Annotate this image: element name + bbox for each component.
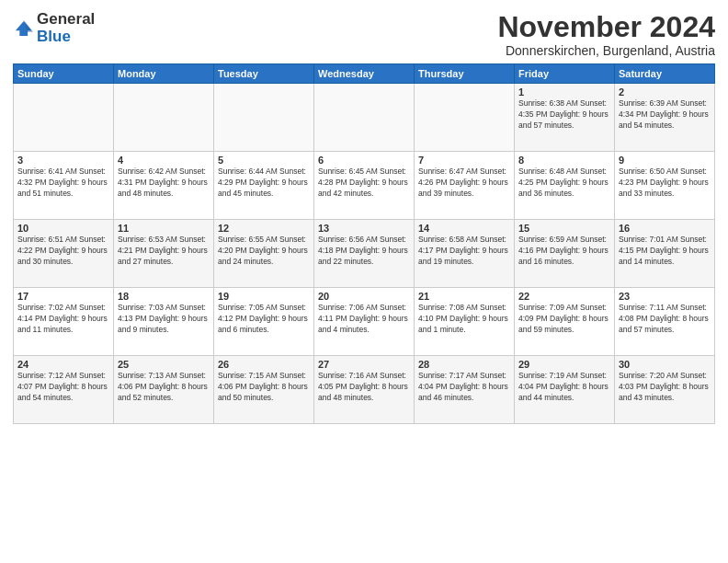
day-number: 10 <box>17 223 109 234</box>
day-info: Sunrise: 7:06 AM Sunset: 4:11 PM Dayligh… <box>318 303 410 336</box>
day-number: 12 <box>218 223 310 234</box>
day-info: Sunrise: 6:56 AM Sunset: 4:18 PM Dayligh… <box>318 235 410 268</box>
calendar-cell: 30Sunrise: 7:20 AM Sunset: 4:03 PM Dayli… <box>615 356 715 424</box>
col-saturday: Saturday <box>615 64 715 84</box>
calendar-cell: 3Sunrise: 6:41 AM Sunset: 4:32 PM Daylig… <box>14 152 114 220</box>
col-monday: Monday <box>114 64 214 84</box>
calendar-cell <box>214 84 314 152</box>
day-info: Sunrise: 7:09 AM Sunset: 4:09 PM Dayligh… <box>518 303 610 336</box>
day-number: 8 <box>518 155 610 166</box>
calendar-cell: 29Sunrise: 7:19 AM Sunset: 4:04 PM Dayli… <box>515 356 615 424</box>
calendar-week-2: 10Sunrise: 6:51 AM Sunset: 4:22 PM Dayli… <box>14 220 715 288</box>
calendar-cell: 20Sunrise: 7:06 AM Sunset: 4:11 PM Dayli… <box>314 288 415 356</box>
calendar-table: Sunday Monday Tuesday Wednesday Thursday… <box>13 63 715 424</box>
day-number: 29 <box>518 359 610 370</box>
calendar-cell: 1Sunrise: 6:38 AM Sunset: 4:35 PM Daylig… <box>515 84 615 152</box>
day-info: Sunrise: 7:12 AM Sunset: 4:07 PM Dayligh… <box>17 371 109 404</box>
day-number: 27 <box>318 359 410 370</box>
day-info: Sunrise: 6:55 AM Sunset: 4:20 PM Dayligh… <box>218 235 310 268</box>
day-info: Sunrise: 7:11 AM Sunset: 4:08 PM Dayligh… <box>619 303 711 336</box>
calendar-cell: 5Sunrise: 6:44 AM Sunset: 4:29 PM Daylig… <box>214 152 314 220</box>
day-info: Sunrise: 6:47 AM Sunset: 4:26 PM Dayligh… <box>418 167 510 200</box>
day-info: Sunrise: 7:16 AM Sunset: 4:05 PM Dayligh… <box>318 371 410 404</box>
logo-blue: Blue <box>37 28 71 45</box>
calendar-cell: 11Sunrise: 6:53 AM Sunset: 4:21 PM Dayli… <box>114 220 214 288</box>
calendar-cell <box>14 84 114 152</box>
day-number: 23 <box>619 291 711 302</box>
title-block: November 2024 Donnerskirchen, Burgenland… <box>497 11 715 58</box>
calendar-cell: 25Sunrise: 7:13 AM Sunset: 4:06 PM Dayli… <box>114 356 214 424</box>
day-info: Sunrise: 6:50 AM Sunset: 4:23 PM Dayligh… <box>619 167 711 200</box>
day-info: Sunrise: 6:53 AM Sunset: 4:21 PM Dayligh… <box>118 235 210 268</box>
col-thursday: Thursday <box>415 64 515 84</box>
day-number: 1 <box>518 86 610 98</box>
day-info: Sunrise: 7:19 AM Sunset: 4:04 PM Dayligh… <box>518 371 610 404</box>
day-info: Sunrise: 7:05 AM Sunset: 4:12 PM Dayligh… <box>218 303 310 336</box>
calendar-cell: 2Sunrise: 6:39 AM Sunset: 4:34 PM Daylig… <box>615 84 715 152</box>
calendar-cell: 23Sunrise: 7:11 AM Sunset: 4:08 PM Dayli… <box>615 288 715 356</box>
calendar-cell: 9Sunrise: 6:50 AM Sunset: 4:23 PM Daylig… <box>615 152 715 220</box>
month-title: November 2024 <box>497 11 715 43</box>
day-info: Sunrise: 7:01 AM Sunset: 4:15 PM Dayligh… <box>619 235 711 268</box>
day-number: 17 <box>17 291 109 302</box>
calendar-week-0: 1Sunrise: 6:38 AM Sunset: 4:35 PM Daylig… <box>14 84 715 152</box>
day-number: 22 <box>518 291 610 302</box>
day-info: Sunrise: 6:44 AM Sunset: 4:29 PM Dayligh… <box>218 167 310 200</box>
day-info: Sunrise: 6:41 AM Sunset: 4:32 PM Dayligh… <box>17 167 109 200</box>
calendar-cell: 6Sunrise: 6:45 AM Sunset: 4:28 PM Daylig… <box>314 152 415 220</box>
day-number: 9 <box>619 155 711 166</box>
calendar-week-4: 24Sunrise: 7:12 AM Sunset: 4:07 PM Dayli… <box>14 356 715 424</box>
day-number: 4 <box>118 155 210 166</box>
calendar-cell: 13Sunrise: 6:56 AM Sunset: 4:18 PM Dayli… <box>314 220 415 288</box>
day-number: 2 <box>619 86 711 98</box>
calendar-cell: 12Sunrise: 6:55 AM Sunset: 4:20 PM Dayli… <box>214 220 314 288</box>
col-wednesday: Wednesday <box>314 64 415 84</box>
day-number: 26 <box>218 359 310 370</box>
calendar-cell: 27Sunrise: 7:16 AM Sunset: 4:05 PM Dayli… <box>314 356 415 424</box>
calendar-cell: 16Sunrise: 7:01 AM Sunset: 4:15 PM Dayli… <box>615 220 715 288</box>
day-info: Sunrise: 6:45 AM Sunset: 4:28 PM Dayligh… <box>318 167 410 200</box>
day-number: 3 <box>17 155 109 166</box>
calendar-week-1: 3Sunrise: 6:41 AM Sunset: 4:32 PM Daylig… <box>14 152 715 220</box>
day-info: Sunrise: 6:39 AM Sunset: 4:34 PM Dayligh… <box>619 98 711 132</box>
day-number: 11 <box>118 223 210 234</box>
header-row: Sunday Monday Tuesday Wednesday Thursday… <box>14 64 715 84</box>
calendar-week-3: 17Sunrise: 7:02 AM Sunset: 4:14 PM Dayli… <box>14 288 715 356</box>
calendar-cell: 26Sunrise: 7:15 AM Sunset: 4:06 PM Dayli… <box>214 356 314 424</box>
day-info: Sunrise: 7:17 AM Sunset: 4:04 PM Dayligh… <box>418 371 510 404</box>
calendar-cell <box>415 84 515 152</box>
day-info: Sunrise: 7:08 AM Sunset: 4:10 PM Dayligh… <box>418 303 510 336</box>
calendar-cell: 22Sunrise: 7:09 AM Sunset: 4:09 PM Dayli… <box>515 288 615 356</box>
logo-icon <box>13 18 33 39</box>
calendar-cell: 21Sunrise: 7:08 AM Sunset: 4:10 PM Dayli… <box>415 288 515 356</box>
calendar-cell: 28Sunrise: 7:17 AM Sunset: 4:04 PM Dayli… <box>415 356 515 424</box>
header: General Blue November 2024 Donnerskirche… <box>13 11 715 58</box>
col-sunday: Sunday <box>14 64 114 84</box>
logo-text: General Blue <box>37 11 95 45</box>
day-number: 6 <box>318 155 410 166</box>
day-number: 18 <box>118 291 210 302</box>
calendar-cell: 17Sunrise: 7:02 AM Sunset: 4:14 PM Dayli… <box>14 288 114 356</box>
day-info: Sunrise: 6:38 AM Sunset: 4:35 PM Dayligh… <box>518 98 610 132</box>
day-number: 24 <box>17 359 109 370</box>
day-info: Sunrise: 7:13 AM Sunset: 4:06 PM Dayligh… <box>118 371 210 404</box>
calendar-cell: 10Sunrise: 6:51 AM Sunset: 4:22 PM Dayli… <box>14 220 114 288</box>
page: General Blue November 2024 Donnerskirche… <box>0 0 728 563</box>
calendar-cell: 24Sunrise: 7:12 AM Sunset: 4:07 PM Dayli… <box>14 356 114 424</box>
day-info: Sunrise: 6:51 AM Sunset: 4:22 PM Dayligh… <box>17 235 109 268</box>
day-number: 21 <box>418 291 510 302</box>
col-friday: Friday <box>515 64 615 84</box>
day-info: Sunrise: 7:15 AM Sunset: 4:06 PM Dayligh… <box>218 371 310 404</box>
calendar-cell: 4Sunrise: 6:42 AM Sunset: 4:31 PM Daylig… <box>114 152 214 220</box>
calendar-cell: 18Sunrise: 7:03 AM Sunset: 4:13 PM Dayli… <box>114 288 214 356</box>
day-number: 28 <box>418 359 510 370</box>
day-number: 5 <box>218 155 310 166</box>
day-info: Sunrise: 6:42 AM Sunset: 4:31 PM Dayligh… <box>118 167 210 200</box>
day-info: Sunrise: 6:48 AM Sunset: 4:25 PM Dayligh… <box>518 167 610 200</box>
calendar-cell: 14Sunrise: 6:58 AM Sunset: 4:17 PM Dayli… <box>415 220 515 288</box>
calendar-cell: 7Sunrise: 6:47 AM Sunset: 4:26 PM Daylig… <box>415 152 515 220</box>
logo: General Blue <box>13 11 95 45</box>
location-subtitle: Donnerskirchen, Burgenland, Austria <box>497 43 715 58</box>
col-tuesday: Tuesday <box>214 64 314 84</box>
calendar-cell: 19Sunrise: 7:05 AM Sunset: 4:12 PM Dayli… <box>214 288 314 356</box>
